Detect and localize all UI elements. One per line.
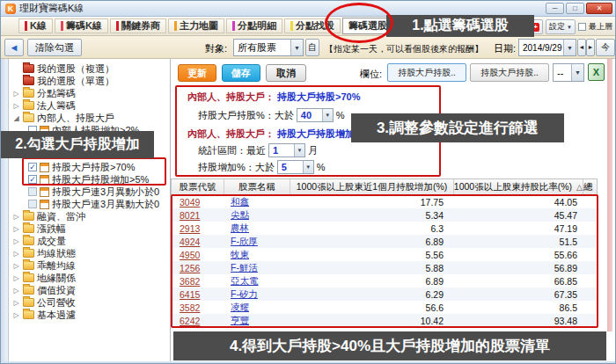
column-dropdown[interactable]: -- ▼ [553,63,584,82]
date-hint-text: 【指定某一天，可以看個股後來的報酬】 [325,43,483,55]
maximize-button[interactable]: □ [566,3,584,14]
tree-check-item[interactable]: ✓持股大戶持股>70% [9,161,170,173]
tree-check-item[interactable]: 持股大戶連3月異動大於0 [9,198,170,210]
stock-name-link[interactable]: F-鮮活 [224,262,290,274]
minimize-button[interactable]: ─ [546,3,564,14]
stock-name-link[interactable]: 凌耀 [224,302,290,314]
expand-arrow-icon[interactable]: ▷ [12,262,20,270]
tab-分點明細[interactable]: 分點明細 [226,18,282,33]
folder-icon [23,273,34,282]
window-title: 理財寶籌碼K線 [19,2,84,15]
tree-folder-item[interactable]: ▷分點籌碼 [9,87,170,99]
close-button[interactable]: ✕ [586,3,612,14]
back-button[interactable]: ◄ [4,39,24,56]
filter-checkbox[interactable] [28,187,37,196]
holding-change-value: 6.29 [290,289,454,300]
tab-K線[interactable]: K線 [18,18,53,33]
tab-籌碼K線[interactable]: 籌碼K線 [55,18,108,33]
save-button[interactable]: 儲存 [222,64,260,82]
tree-folder-item[interactable]: ▷基本過濾 [9,309,170,321]
param1-select[interactable]: 40 ▼ [297,108,334,122]
tree-folder-item[interactable]: 我的選股（單選） [9,75,170,87]
filter-chart-icon [40,200,49,209]
filter-checkbox[interactable]: ✓ [28,175,37,184]
tree-check-item[interactable]: 持股大戶連3月異動小於0 [9,186,170,198]
expand-arrow-icon[interactable]: ▷ [12,287,20,295]
param2-select[interactable]: 1 ▼ [268,143,305,157]
stock-code-link[interactable]: 4924 [171,237,224,247]
expand-arrow-icon[interactable]: ▷ [12,102,20,110]
filter-checkbox[interactable] [28,200,37,208]
tree-check-item[interactable]: ✓持股大戶持股增加>5% [9,173,170,186]
expand-arrow-icon[interactable]: ▷ [12,237,20,245]
next-day-button[interactable]: ► [586,39,595,56]
tree-folder-item[interactable]: ▷價值投資 [9,284,170,296]
expand-arrow-icon[interactable]: ▷ [12,274,20,282]
tab-label: 籌碼K線 [66,19,102,33]
date-select[interactable]: 2014/9/29 ▼ [518,39,576,56]
expand-arrow-icon[interactable]: ▷ [12,299,20,307]
tab-主力地圖[interactable]: 主力地圖 [168,18,224,33]
stock-code-link[interactable]: 6415 [171,289,224,300]
topmost-checkbox[interactable] [578,23,586,31]
stock-code-link[interactable]: 1256 [171,263,224,273]
tree-folder-item[interactable]: ▷公司營收 [9,296,170,309]
stock-code-link[interactable]: 2913 [171,223,224,234]
stock-name-link[interactable]: 牧東 [224,249,290,261]
update-button[interactable]: 更新 [178,64,216,82]
tree-folder-item[interactable]: ◢內部人、持股大戶 [9,112,170,124]
header-name[interactable]: 股票名稱 [224,179,291,194]
custom-button-clipped[interactable]: 自 [305,39,319,56]
stock-code-link[interactable]: 6242 [171,316,224,326]
date-value: 2014/9/29 [519,43,563,53]
header-ratio[interactable]: 1000張以上股東持股比率(%) △ [454,179,583,194]
header-change[interactable]: 1000張以上股東近1個月持股增加(%) [290,179,453,194]
column-button-2[interactable]: 持股大戶持股.. [470,63,549,82]
stock-code-link[interactable]: 4950 [171,250,224,260]
stock-code-link[interactable]: 8021 [171,210,224,221]
expand-arrow-icon[interactable]: ▷ [12,225,20,233]
stock-name-link[interactable]: 亞太電 [224,275,290,288]
tab-label: K線 [30,19,47,33]
tab-關鍵券商[interactable]: 關鍵券商 [110,18,166,33]
param1-unit: % [336,110,345,120]
stock-name-link[interactable]: 亨豐 [224,315,290,327]
filter-checkbox[interactable]: ✓ [28,163,37,171]
right-scrollbar[interactable] [607,59,612,331]
settings-button[interactable]: 設定 ▼ [546,19,576,34]
stock-name-link[interactable]: F-欣厚 [224,236,290,248]
tree-folder-item[interactable]: ▷均線狀態 [9,247,170,259]
expand-arrow-icon[interactable]: ▷ [12,250,20,258]
expand-arrow-icon[interactable]: ▷ [12,213,20,221]
stock-name-link[interactable]: 和鑫 [224,196,290,208]
column-button-1[interactable]: 持股大戶持股.. [387,63,466,82]
expand-arrow-icon[interactable]: ▷ [12,90,20,98]
stock-name-link[interactable]: F-矽力 [224,288,290,301]
left-scrollbar[interactable] [1,59,9,361]
tree-folder-item[interactable]: ▷融資、當沖 [9,210,170,222]
prev-day-button[interactable]: ◄ [577,39,586,56]
cancel-button[interactable]: 取消 [266,64,306,82]
expand-arrow-icon[interactable]: ◢ [12,114,20,122]
param3-select[interactable]: 5 ▼ [277,160,314,174]
stock-code-link[interactable]: 3682 [171,276,224,287]
stock-name-link[interactable]: 農林 [224,222,290,235]
header-code[interactable]: 股票代號 [172,179,224,194]
today-button[interactable]: 今天 [596,39,615,56]
target-value: 所有股票 [234,41,290,55]
tree-item-label: 內部人、持股大戶 [37,112,114,125]
holding-ratio-value: 45.47 [454,210,584,221]
clear-selection-button[interactable]: 清除勾選 [27,39,82,56]
tree-folder-item[interactable]: 我的選股（複選） [9,62,170,75]
export-excel-icon[interactable]: X [588,63,605,81]
tree-folder-item[interactable]: ▷地緣關係 [9,272,170,284]
tree-folder-item[interactable]: ▷漲跌幅 [9,222,170,235]
stock-code-link[interactable]: 3582 [171,302,224,313]
stock-name-link[interactable]: 尖點 [224,209,290,222]
tree-folder-item[interactable]: ▷乖離均線 [9,259,170,272]
expand-arrow-icon[interactable]: ▷ [12,311,20,319]
tree-folder-item[interactable]: ▷法人籌碼 [9,99,170,112]
stock-code-link[interactable]: 3049 [171,197,224,207]
target-select[interactable]: 所有股票 ▼ [233,39,304,56]
tree-folder-item[interactable]: ▷成交量 [9,235,170,247]
